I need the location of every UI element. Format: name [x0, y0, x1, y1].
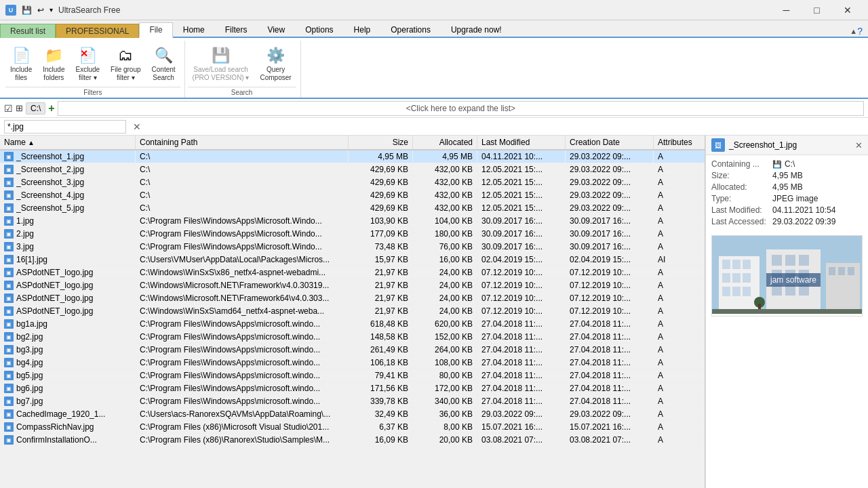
- meta-allocated-value: 4,95 MB: [772, 182, 803, 192]
- tab-operations[interactable]: Operations: [380, 22, 441, 37]
- col-size[interactable]: Size: [349, 136, 413, 149]
- ribbon-group-search: 💾 Save/Load search(PRO VERSION) ▾ ⚙️ Que…: [185, 41, 301, 98]
- cell-name: ▣CachedImage_1920_1...: [0, 408, 136, 420]
- content-search-icon: 🔍: [155, 47, 173, 64]
- add-location-btn[interactable]: +: [48, 102, 54, 115]
- cell: 27.04.2018 11:...: [566, 318, 654, 330]
- cell: 07.12.2019 10:...: [566, 279, 654, 291]
- table-row[interactable]: ▣bg3.jpgC:\Program Files\WindowsApps\mic…: [0, 344, 705, 357]
- file-group-filter-btn[interactable]: 🗂 File groupfilter ▾: [106, 43, 145, 85]
- table-row[interactable]: ▣_Screenshot_2.jpgC:\429,69 KB432,00 KB1…: [0, 163, 705, 176]
- table-row[interactable]: ▣ASPdotNET_logo.jpgC:\Windows\WinSxS\amd…: [0, 305, 705, 318]
- table-row[interactable]: ▣_Screenshot_3.jpgC:\429,69 KB432,00 KB1…: [0, 176, 705, 189]
- tab-view[interactable]: View: [257, 22, 295, 37]
- col-containing-path[interactable]: Containing Path: [136, 136, 349, 149]
- table-row[interactable]: ▣2.jpgC:\Program Files\WindowsApps\Micro…: [0, 228, 705, 241]
- cell: 27.04.2018 11:...: [566, 344, 654, 356]
- check-locations-btn[interactable]: ☑: [4, 103, 13, 114]
- tab-professional[interactable]: PROFESSIONAL: [56, 24, 139, 38]
- close-btn[interactable]: ✕: [832, 0, 863, 20]
- table-row[interactable]: ▣_Screenshot_1.jpgC:\4,95 MB4,95 MB04.11…: [0, 150, 705, 163]
- table-row[interactable]: ▣ConfirmInstallationO...C:\Program Files…: [0, 434, 705, 447]
- cell: 27.04.2018 11:...: [566, 395, 654, 407]
- tab-home[interactable]: Home: [173, 22, 215, 37]
- col-last-modified[interactable]: Last Modified: [477, 136, 566, 149]
- cell: A: [654, 369, 705, 382]
- tab-filters[interactable]: Filters: [215, 22, 258, 37]
- col-name[interactable]: Name▲: [0, 136, 136, 149]
- col-attributes[interactable]: Attributes: [654, 136, 705, 149]
- include-folders-btn[interactable]: 📁 Includefolders: [38, 43, 69, 85]
- cell: 07.12.2019 10:...: [477, 292, 566, 304]
- grid-view-btn[interactable]: ⊞: [16, 103, 23, 113]
- table-row[interactable]: ▣ASPdotNET_logo.jpgC:\Windows\WinSxS\x86…: [0, 266, 705, 279]
- cell-name: ▣1.jpg: [0, 215, 136, 227]
- table-row[interactable]: ▣bg7.jpgC:\Program Files\WindowsApps\mic…: [0, 395, 705, 408]
- cell: 03.08.2021 07:...: [477, 434, 566, 446]
- ribbon-collapse-btn[interactable]: ▲: [850, 27, 857, 35]
- save-load-search-btn[interactable]: 💾 Save/Load search(PRO VERSION) ▾: [188, 43, 254, 85]
- quick-save-btn[interactable]: 💾: [20, 4, 33, 16]
- table-row[interactable]: ▣_Screenshot_5.jpgC:\429,69 KB432,00 KB1…: [0, 202, 705, 215]
- quick-undo-btn[interactable]: ↩: [36, 4, 45, 16]
- maximize-btn[interactable]: □: [802, 0, 832, 20]
- tab-file[interactable]: File: [139, 22, 172, 38]
- cell: 12.05.2021 15:...: [477, 202, 566, 214]
- include-files-label: Includefiles: [10, 66, 32, 82]
- file-list-body[interactable]: ▣_Screenshot_1.jpgC:\4,95 MB4,95 MB04.11…: [0, 150, 705, 488]
- cell: C:\: [136, 150, 349, 163]
- cell-name: ▣3.jpg: [0, 241, 136, 253]
- preview-close-btn[interactable]: ✕: [855, 140, 863, 150]
- cell: A: [654, 189, 705, 201]
- tab-upgrade[interactable]: Upgrade now!: [441, 22, 512, 37]
- table-row[interactable]: ▣bg4.jpgC:\Program Files\WindowsApps\mic…: [0, 357, 705, 369]
- cell: 27.04.2018 11:...: [477, 318, 566, 330]
- cell: 4,95 MB: [349, 150, 413, 163]
- table-row[interactable]: ▣ASPdotNET_logo.jpgC:\Windows\Microsoft.…: [0, 279, 705, 292]
- table-row[interactable]: ▣bg6.jpgC:\Program Files\WindowsApps\mic…: [0, 382, 705, 395]
- quick-dropdown-btn[interactable]: ▾: [48, 5, 54, 15]
- table-row[interactable]: ▣bg1a.jpgC:\Program Files\WindowsApps\mi…: [0, 318, 705, 331]
- tab-result-list[interactable]: Result list: [0, 24, 56, 38]
- cell: A: [654, 163, 705, 176]
- filter-row: ✕: [0, 118, 868, 136]
- expand-list-text[interactable]: <Click here to expand the list>: [62, 104, 859, 113]
- table-row[interactable]: ▣CompassRichNav.jpgC:\Program Files (x86…: [0, 421, 705, 434]
- svg-rect-4: [743, 260, 751, 269]
- filter-clear-btn[interactable]: ✕: [130, 121, 144, 132]
- table-row[interactable]: ▣1.jpgC:\Program Files\WindowsApps\Micro…: [0, 215, 705, 228]
- col-allocated[interactable]: Allocated: [413, 136, 477, 149]
- cell-name: ▣ASPdotNET_logo.jpg: [0, 266, 136, 279]
- query-composer-btn[interactable]: ⚙️ QueryComposer: [255, 43, 296, 85]
- cell: 30.09.2017 16:...: [566, 215, 654, 227]
- cell: 27.04.2018 11:...: [477, 357, 566, 369]
- tab-options[interactable]: Options: [295, 22, 343, 37]
- table-row[interactable]: ▣bg5.jpgC:\Program Files\WindowsApps\mic…: [0, 369, 705, 382]
- meta-size-value: 4,95 MB: [772, 171, 803, 180]
- cell: 152,00 KB: [413, 331, 477, 343]
- ribbon-help-btn[interactable]: ?: [857, 26, 863, 37]
- cell-name: ▣16[1].jpg: [0, 253, 136, 266]
- tab-help[interactable]: Help: [344, 22, 381, 37]
- table-row[interactable]: ▣CachedImage_1920_1...C:\Users\acs-Ranor…: [0, 408, 705, 421]
- meta-type-value: JPEG image: [772, 194, 818, 203]
- cell: C:\Program Files\WindowsApps\microsoft.w…: [136, 318, 349, 330]
- cell-name: ▣_Screenshot_4.jpg: [0, 189, 136, 201]
- include-folders-icon: 📁: [45, 47, 63, 64]
- content-search-btn[interactable]: 🔍 ContentSearch: [147, 43, 180, 85]
- table-row[interactable]: ▣_Screenshot_4.jpgC:\429,69 KB432,00 KB1…: [0, 189, 705, 202]
- include-files-btn[interactable]: 📄 Includefiles: [5, 43, 37, 85]
- filter-input[interactable]: [4, 120, 126, 134]
- cell: 29.03.2022 09:...: [566, 163, 654, 176]
- minimize-btn[interactable]: ─: [771, 0, 802, 20]
- table-row[interactable]: ▣bg2.jpgC:\Program Files\WindowsApps\mic…: [0, 331, 705, 344]
- table-row[interactable]: ▣ASPdotNET_logo.jpgC:\Windows\Microsoft.…: [0, 292, 705, 305]
- cell: 73,48 KB: [349, 241, 413, 253]
- cell: 264,00 KB: [413, 344, 477, 356]
- table-row[interactable]: ▣16[1].jpgC:\Users\VMUser\AppData\Local\…: [0, 253, 705, 266]
- col-creation-date[interactable]: Creation Date: [566, 136, 654, 149]
- table-row[interactable]: ▣3.jpgC:\Program Files\WindowsApps\Micro…: [0, 241, 705, 253]
- cell: 12.05.2021 15:...: [477, 176, 566, 188]
- exclude-filter-btn[interactable]: 📄 ✕ Excludefilter ▾: [71, 43, 105, 85]
- cell: C:\Windows\Microsoft.NET\Framework\v4.0.…: [136, 279, 349, 291]
